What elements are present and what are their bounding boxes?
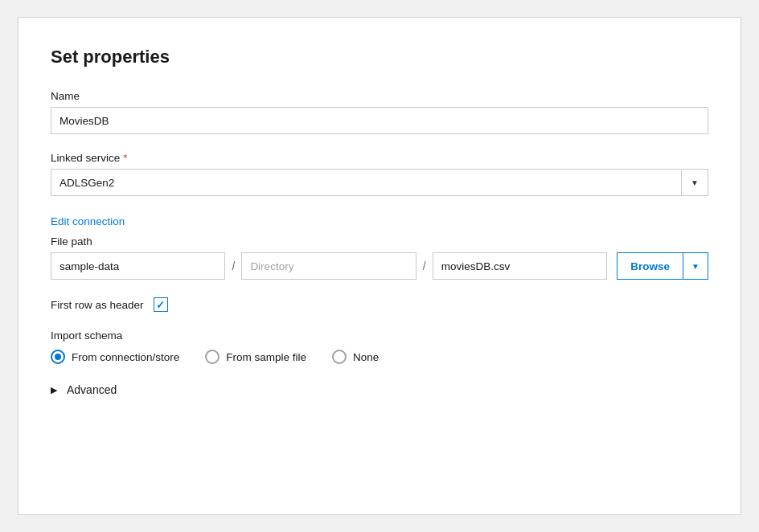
- file-path-part1-input[interactable]: [51, 252, 225, 280]
- advanced-row[interactable]: ▶ Advanced: [51, 383, 708, 396]
- radio-from-sample-label: From sample file: [226, 351, 306, 363]
- panel-title: Set properties: [51, 47, 708, 68]
- radio-none[interactable]: None: [332, 350, 379, 364]
- radio-from-sample-outer: [205, 350, 219, 364]
- file-path-part2-input[interactable]: [241, 252, 416, 280]
- name-label: Name: [51, 90, 708, 102]
- radio-none-label: None: [353, 351, 379, 363]
- browse-dropdown-button[interactable]: ▼: [683, 252, 708, 280]
- first-row-header-checkbox[interactable]: ✓: [154, 297, 168, 312]
- checkmark-icon: ✓: [156, 300, 165, 310]
- radio-from-connection-inner: [55, 354, 61, 360]
- file-path-group: File path / / Browse ▼: [51, 235, 708, 280]
- linked-service-label: Linked service *: [51, 152, 708, 164]
- radio-from-sample[interactable]: From sample file: [205, 350, 306, 364]
- file-path-part3-input[interactable]: [433, 252, 607, 280]
- browse-dropdown-arrow-icon: ▼: [691, 262, 700, 271]
- required-indicator: *: [123, 152, 127, 164]
- name-field-group: Name: [51, 90, 708, 134]
- first-row-header-label: First row as header: [51, 299, 144, 311]
- set-properties-panel: Set properties Name Linked service * ADL…: [18, 17, 741, 515]
- import-schema-group: Import schema From connection/store From…: [51, 329, 708, 364]
- linked-service-field-group: Linked service * ADLSGen2 ▼: [51, 152, 708, 196]
- linked-service-select[interactable]: ADLSGen2: [51, 169, 708, 196]
- browse-btn-group: Browse ▼: [617, 252, 708, 280]
- browse-button[interactable]: Browse: [617, 252, 683, 280]
- radio-from-connection-outer: [51, 350, 65, 364]
- advanced-label: Advanced: [67, 383, 117, 396]
- file-path-row: / / Browse ▼: [51, 252, 708, 280]
- advanced-expand-icon: ▶: [51, 385, 57, 395]
- linked-service-select-wrapper: ADLSGen2 ▼: [51, 169, 708, 196]
- import-schema-label: Import schema: [51, 329, 708, 342]
- radio-none-outer: [332, 350, 347, 364]
- import-schema-radio-row: From connection/store From sample file N…: [51, 350, 708, 364]
- file-path-separator-1: /: [225, 252, 241, 280]
- file-path-label: File path: [51, 235, 708, 248]
- file-path-separator-2: /: [416, 252, 433, 280]
- edit-connection-link[interactable]: Edit connection: [51, 215, 125, 227]
- radio-from-connection[interactable]: From connection/store: [51, 350, 179, 364]
- first-row-header-row: First row as header ✓: [51, 297, 708, 312]
- radio-from-connection-label: From connection/store: [72, 351, 179, 363]
- name-input[interactable]: [51, 107, 708, 134]
